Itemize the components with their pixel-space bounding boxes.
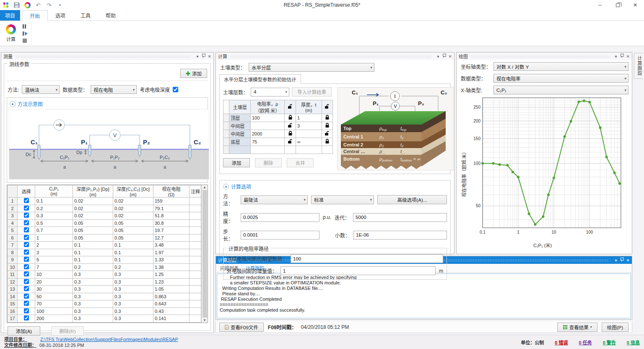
resistance-cell[interactable]: 0.43 <box>153 307 190 315</box>
dc-cell[interactable]: 0.05 <box>113 219 153 227</box>
dp-cell[interactable]: 0.3 <box>73 271 113 279</box>
view-results-button[interactable]: 查看结果 ▾ <box>557 323 597 332</box>
app-icon[interactable] <box>3 2 9 8</box>
note-cell[interactable] <box>190 286 201 293</box>
row-number[interactable]: 11 <box>8 271 18 279</box>
dc-cell[interactable]: 0.05 <box>113 227 153 234</box>
plot-button[interactable]: 绘图(P) <box>602 323 628 332</box>
chevron-down-icon[interactable]: ▾ <box>197 54 199 59</box>
dc-cell[interactable]: 0.3 <box>113 271 153 279</box>
soil-add-button[interactable]: 添加 <box>223 158 250 167</box>
tab-options[interactable]: 选项 <box>48 10 73 21</box>
row-number[interactable]: 5 <box>8 227 18 234</box>
note-cell[interactable] <box>190 227 201 234</box>
resistance-cell[interactable]: 30.8 <box>153 219 190 227</box>
thickness-lock-icon[interactable] <box>322 114 332 122</box>
note-cell[interactable] <box>190 300 201 308</box>
chevron-down-icon[interactable]: ▾ <box>615 258 617 263</box>
task-count-link[interactable]: 0 任务 <box>579 339 592 346</box>
info-count-link[interactable]: 0 信息 <box>627 339 640 346</box>
dp-cell[interactable]: 0.02 <box>73 198 113 205</box>
thickness-lock-icon[interactable] <box>322 122 332 130</box>
error-count-link[interactable]: 0 错误 <box>555 339 568 346</box>
resistance-cell[interactable]: 0.643 <box>153 300 190 308</box>
dp-cell[interactable]: 0.1 <box>73 249 113 256</box>
c1p1-cell[interactable]: 0.1 <box>35 198 73 205</box>
chevron-down-icon[interactable]: ▾ <box>615 54 617 59</box>
select-cell[interactable] <box>18 307 35 315</box>
resistance-cell[interactable]: 1.97 <box>153 249 190 256</box>
tab-home[interactable]: 开始 <box>22 10 48 21</box>
comp-method-select[interactable]: 最陡法▾ <box>241 195 308 204</box>
close-icon[interactable]: ✕ <box>449 54 452 59</box>
pin-icon[interactable] <box>620 54 623 59</box>
method-schematic-toggle[interactable]: 方法示意图 <box>18 100 43 107</box>
row-number[interactable]: 16 <box>8 307 18 315</box>
c1p1-cell[interactable]: 20 <box>35 278 73 286</box>
c1p1-cell[interactable]: 0.7 <box>35 227 73 234</box>
c1p1-cell[interactable]: 200 <box>35 315 73 323</box>
soil-merge-button[interactable]: 合并 <box>287 158 314 167</box>
resistivity-cell[interactable] <box>250 146 284 154</box>
customize-toolbar-icon[interactable]: ▾ <box>57 2 63 8</box>
dp-cell[interactable]: 0.2 <box>73 263 113 271</box>
c1p1-cell[interactable]: 30 <box>35 286 73 293</box>
trace-log[interactable]: Further reduction in RMS error may be ac… <box>217 273 631 318</box>
dc-cell[interactable]: 0.3 <box>113 286 153 293</box>
dp-cell[interactable]: 0.05 <box>73 234 113 242</box>
select-cell[interactable] <box>18 219 35 227</box>
row-number[interactable]: 13 <box>8 286 18 293</box>
close-button[interactable]: ✕ <box>626 0 644 10</box>
thickness-cell[interactable]: ∞ <box>296 138 322 146</box>
note-cell[interactable] <box>190 249 201 256</box>
view-f09-button[interactable]: 查看F09文件 <box>219 323 264 332</box>
thickness-lock-icon[interactable] <box>322 146 332 154</box>
select-cell[interactable] <box>18 249 35 256</box>
resistivity-lock-icon[interactable] <box>285 146 296 154</box>
select-cell[interactable] <box>18 234 35 242</box>
dp-cell[interactable]: 0.3 <box>73 300 113 308</box>
select-cell[interactable] <box>18 198 35 205</box>
select-cell[interactable] <box>18 212 35 220</box>
soil-delete-button[interactable]: 删除 <box>255 158 282 167</box>
note-cell[interactable] <box>190 271 201 279</box>
collapse-chevron-icon[interactable]: ▲ <box>10 101 16 107</box>
delete-row-button[interactable]: 删除(R) <box>51 326 84 336</box>
stop-button[interactable] <box>23 38 29 43</box>
layer-name-cell[interactable]: 顶层 <box>229 114 251 122</box>
note-cell[interactable] <box>190 315 201 323</box>
row-number[interactable]: 2 <box>8 205 18 212</box>
c1p1-cell[interactable]: 70 <box>35 300 73 308</box>
thickness-cell[interactable] <box>296 130 322 138</box>
layer-name-cell[interactable]: 底层 <box>229 138 251 146</box>
plot-data-type-select[interactable]: 视在电阻率▾ <box>493 74 628 83</box>
select-cell[interactable] <box>18 205 35 212</box>
chevron-down-icon[interactable]: ▾ <box>437 54 439 59</box>
select-cell[interactable] <box>18 242 35 249</box>
c1p1-cell[interactable]: 3 <box>35 249 73 256</box>
import-results-button[interactable]: 导入计算结果 <box>292 87 332 96</box>
dc-cell[interactable]: 0.02 <box>113 205 153 212</box>
advanced-options-button[interactable]: 高级选项(A)... <box>377 195 447 204</box>
resistivity-lock-icon[interactable] <box>285 138 296 146</box>
dc-cell[interactable]: 0.3 <box>113 300 153 308</box>
tab-help[interactable]: 帮助 <box>98 10 123 21</box>
resistivity-cell[interactable]: 2000 <box>250 130 284 138</box>
spacing-count-input[interactable]: 100 <box>291 254 443 263</box>
tab-project[interactable]: 项目 <box>0 10 20 21</box>
spacing-increment-input[interactable]: 1 <box>280 266 436 275</box>
dc-cell[interactable]: 0.02 <box>113 212 153 220</box>
c1p1-cell[interactable]: 50 <box>35 293 73 300</box>
select-cell[interactable] <box>18 256 35 264</box>
dp-cell[interactable]: 0.3 <box>73 278 113 286</box>
row-number[interactable]: 3 <box>8 212 18 220</box>
soil-model-tab[interactable]: 水平分层土壤模型参数的初始估计 <box>219 74 301 84</box>
row-number[interactable]: 10 <box>8 263 18 271</box>
dp-cell[interactable]: 0.05 <box>73 227 113 234</box>
note-cell[interactable] <box>190 263 201 271</box>
note-cell[interactable] <box>190 219 201 227</box>
note-cell[interactable] <box>190 278 201 286</box>
c1p1-cell[interactable]: 5 <box>35 256 73 264</box>
comp-standard-select[interactable]: 标准▾ <box>311 195 374 204</box>
dc-cell[interactable]: 0.2 <box>113 263 153 271</box>
